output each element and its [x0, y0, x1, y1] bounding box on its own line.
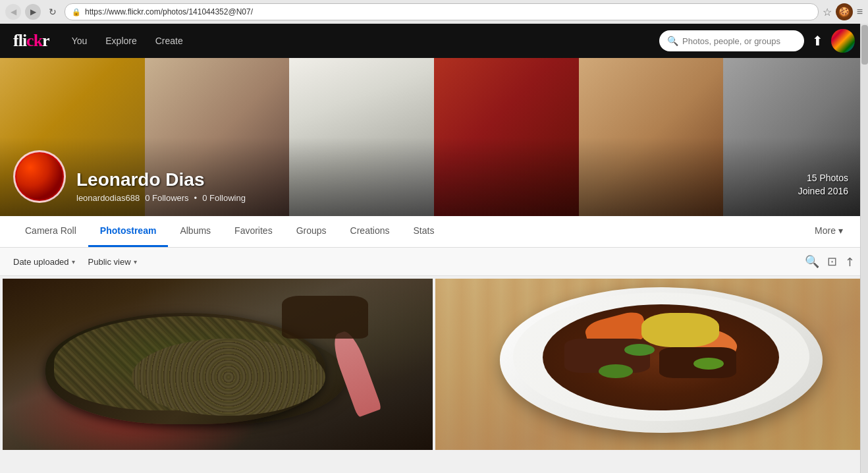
refresh-button[interactable]: ↻ [45, 4, 61, 20]
profile-stats: 15 Photos Joined 2016 [798, 173, 848, 196]
tab-photostream[interactable]: Photostream [88, 216, 169, 247]
cookie-icon: 🍪 [836, 3, 853, 20]
view-filter-arrow: ▾ [134, 258, 137, 265]
tab-albums[interactable]: Albums [168, 216, 223, 247]
profile-cover: Leonardo Dias leonardodias688 0 Follower… [0, 58, 868, 216]
date-filter-arrow: ▾ [72, 258, 75, 265]
profile-meta: leonardodias688 0 Followers • 0 Followin… [76, 193, 246, 203]
browser-toolbar: ◀ ▶ ↻ 🔒 ☆ 🍪 ≡ [0, 0, 868, 24]
search-box: 🔍 [659, 30, 804, 51]
nav-right: 🔍 ⬆ [192, 29, 855, 53]
nav-create[interactable]: Create [146, 24, 192, 58]
avatar[interactable] [13, 150, 66, 203]
tab-creations[interactable]: Creations [339, 216, 402, 247]
profile-following[interactable]: 0 Following [202, 193, 246, 203]
nav-explore[interactable]: Explore [96, 24, 146, 58]
photo-food-rice [3, 279, 433, 450]
photo-food-stew [435, 279, 865, 450]
share-button[interactable]: ↗ [841, 253, 858, 270]
filter-actions: 🔍 ⊡ ↗ [805, 254, 855, 269]
page-content: flickr You Explore Create 🔍 ⬆ [0, 24, 868, 460]
scrollbar-thumb[interactable] [861, 25, 868, 65]
search-input[interactable] [682, 36, 796, 46]
photo-item-1[interactable] [3, 279, 433, 450]
search-icon: 🔍 [667, 36, 678, 46]
date-filter[interactable]: Date uploaded ▾ [13, 257, 75, 267]
profile-name: Leonardo Dias [76, 169, 246, 190]
slideshow-button[interactable]: ⊡ [827, 254, 837, 269]
address-bar: 🔒 [65, 3, 819, 20]
profile-followers[interactable]: 0 Followers [145, 193, 188, 203]
profile-info: Leonardo Dias leonardodias688 0 Follower… [13, 150, 246, 203]
filters-bar: Date uploaded ▾ Public view ▾ 🔍 ⊡ ↗ [0, 248, 868, 276]
url-input[interactable] [85, 7, 811, 16]
photo-item-2[interactable] [435, 279, 865, 450]
photo-grid [0, 276, 868, 460]
tab-camera-roll[interactable]: Camera Roll [13, 216, 88, 247]
star-button[interactable]: ☆ [823, 6, 832, 18]
scrollbar[interactable] [860, 24, 868, 460]
nav-links: You Explore Create [63, 24, 192, 58]
photos-count: 15 Photos [798, 173, 848, 183]
chevron-down-icon: ▾ [838, 225, 843, 236]
profile-tabs: Camera Roll Photostream Albums Favorites… [0, 216, 868, 248]
nav-you[interactable]: You [63, 24, 97, 58]
menu-button[interactable]: ≡ [857, 6, 863, 18]
photo-search-button[interactable]: 🔍 [805, 254, 819, 269]
profile-username: leonardodias688 [76, 193, 140, 203]
view-filter[interactable]: Public view ▾ [88, 257, 137, 267]
profile-text: Leonardo Dias leonardodias688 0 Follower… [76, 169, 246, 203]
upload-button[interactable]: ⬆ [812, 33, 823, 49]
joined-date: Joined 2016 [798, 186, 848, 196]
date-filter-label: Date uploaded [13, 257, 69, 267]
back-button[interactable]: ◀ [5, 4, 21, 20]
forward-button[interactable]: ▶ [25, 4, 41, 20]
lock-icon: 🔒 [72, 8, 81, 16]
user-avatar[interactable] [831, 29, 855, 53]
flickr-navbar: flickr You Explore Create 🔍 ⬆ [0, 24, 868, 58]
tab-groups[interactable]: Groups [285, 216, 339, 247]
view-filter-label: Public view [88, 257, 131, 267]
tab-more[interactable]: More ▾ [803, 216, 855, 247]
flickr-logo[interactable]: flickr [13, 31, 49, 51]
avatar-inner [16, 153, 63, 200]
tab-favorites[interactable]: Favorites [223, 216, 285, 247]
tab-stats[interactable]: Stats [402, 216, 447, 247]
